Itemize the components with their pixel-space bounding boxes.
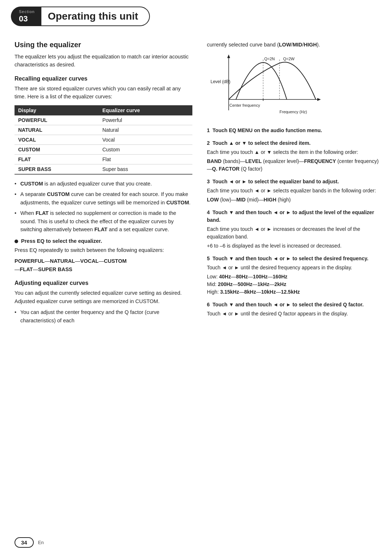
eq-display: CUSTOM <box>15 144 99 154</box>
svg-text:Center frequency: Center frequency <box>229 103 260 107</box>
step-heading-4: 4 Touch ▼ and then touch ◄ or ► to adjus… <box>207 209 381 224</box>
svg-text:Q=2N: Q=2N <box>264 57 275 61</box>
lang-label: En <box>38 540 44 545</box>
eq-curve: Custom <box>99 144 192 154</box>
svg-text:Level (dB): Level (dB) <box>211 79 230 84</box>
step-heading-2: 2 Touch ▲ or ▼ to select the desired ite… <box>207 139 381 147</box>
eq-curve: Powerful <box>99 115 192 125</box>
eq-curve: Flat <box>99 154 192 164</box>
bold-mid: MID <box>293 42 302 48</box>
list-item: A separate CUSTOM curve can be created f… <box>15 190 192 207</box>
page-number: 34 <box>15 537 34 548</box>
seq-superbass: SUPER BASS <box>38 266 72 272</box>
step-body-2: Each time you touch ▲ or ▼ selects the i… <box>207 148 381 156</box>
step-body-4: Each time you touch ◄ or ► increases or … <box>207 225 381 241</box>
adjusting-text1: You can adjust the currently selected eq… <box>15 289 192 305</box>
eq-display: FLAT <box>15 154 99 164</box>
eq-display: SUPER BASS <box>15 164 99 174</box>
table-row: POWERFULPowerful <box>15 115 192 125</box>
step-body-6: Touch ◄ or ► until the desired Q factor … <box>207 310 381 318</box>
recalling-text: There are six stored equalizer curves wh… <box>15 85 192 101</box>
step-detail-4: +6 to –6 is displayed as the level is in… <box>207 242 381 250</box>
eq-curve-svg: Level (dB) Center frequency Frequency (H… <box>207 52 323 118</box>
press-eq-heading: Press EQ to select the equalizer. <box>21 238 102 244</box>
main-content: Using the equalizer The equalizer lets y… <box>0 30 392 336</box>
eq-curve: Natural <box>99 125 192 135</box>
step-body-3: Each time you touch ◄ or ► selects equal… <box>207 187 381 195</box>
step-4: 4 Touch ▼ and then touch ◄ or ► to adjus… <box>207 209 381 250</box>
section-badge: Section 03 <box>11 7 41 26</box>
intro-text: The equalizer lets you adjust the equali… <box>15 53 192 69</box>
col-display: Display <box>15 105 99 115</box>
svg-marker-3 <box>317 98 321 101</box>
press-eq-text: Press EQ repeatedly to switch between th… <box>15 246 192 254</box>
adjusting-heading: Adjusting equalizer curves <box>15 280 192 286</box>
press-eq-sequence: POWERFUL—NATURAL—VOCAL—CUSTOM—FLAT—SUPER… <box>15 257 192 273</box>
table-row: NATURALNatural <box>15 125 192 135</box>
step-detail-3: LOW (low)—MID (mid)—HIGH (high) <box>207 196 381 204</box>
table-row: VOCALVocal <box>15 135 192 144</box>
step-detail-5: Low: 40Hz—80Hz—100Hz—160HzMid: 200Hz—500… <box>207 273 381 296</box>
right-column: currently selected curve band (LOW/MID/H… <box>207 41 381 329</box>
diagram-text-before: currently selected curve band (LOW/MID/H… <box>207 41 381 49</box>
seq-natural: NATURAL <box>50 258 75 264</box>
eq-display: VOCAL <box>15 135 99 144</box>
step-heading-6: 6 Touch ▼ and then touch ◄ or ► to selec… <box>207 301 381 309</box>
eq-curve: Vocal <box>99 135 192 144</box>
eq-display: NATURAL <box>15 125 99 135</box>
svg-text:Frequency (Hz): Frequency (Hz) <box>279 110 307 114</box>
svg-text:Q=2W: Q=2W <box>283 57 295 61</box>
col-curve: Equalizer curve <box>99 105 192 115</box>
bold-low: LOW <box>279 42 291 48</box>
eq-curve: Super bass <box>99 164 192 174</box>
step-6: 6 Touch ▼ and then touch ◄ or ► to selec… <box>207 301 381 318</box>
svg-marker-2 <box>227 54 230 58</box>
section-number: 03 <box>19 14 28 23</box>
step-heading-1: 1 Touch EQ MENU on the audio function me… <box>207 127 381 134</box>
adjusting-bullets: You can adjust the center frequency and … <box>15 308 192 325</box>
seq-flat: FLAT <box>20 266 33 272</box>
section-title-box: Operating this unit <box>41 7 150 26</box>
seq-powerful: POWERFUL <box>15 258 45 264</box>
using-equalizer-heading: Using the equalizer <box>15 41 192 49</box>
eq-diagram: Level (dB) Center frequency Frequency (H… <box>207 52 381 119</box>
step-5: 5 Touch ▼ and then touch ◄ or ► to selec… <box>207 255 381 296</box>
press-eq-dot <box>15 240 18 243</box>
step-body-5: Touch ◄ or ► until the desired frequency… <box>207 264 381 272</box>
seq-custom: CUSTOM <box>104 258 127 264</box>
step-heading-5: 5 Touch ▼ and then touch ◄ or ► to selec… <box>207 255 381 262</box>
adjusting-bullet-1: You can adjust the center frequency and … <box>15 308 192 325</box>
step-3: 3 Touch ◄ or ► to select the equalizer b… <box>207 178 381 204</box>
left-column: Using the equalizer The equalizer lets y… <box>15 41 192 329</box>
step-detail-2: BAND (bands)—LEVEL (equalizer level)—FRE… <box>207 158 381 173</box>
table-row: FLATFlat <box>15 154 192 164</box>
table-row: SUPER BASSSuper bass <box>15 164 192 174</box>
step-1: 1 Touch EQ MENU on the audio function me… <box>207 127 381 134</box>
page-header: Section 03 Operating this unit <box>0 0 392 30</box>
step-heading-3: 3 Touch ◄ or ► to select the equalizer b… <box>207 178 381 185</box>
list-item: When FLAT is selected no supplement or c… <box>15 209 192 233</box>
eq-table: Display Equalizer curve POWERFULPowerful… <box>15 105 192 175</box>
eq-bullets: CUSTOM is an adjusted equalizer curve th… <box>15 180 192 234</box>
steps-container: 1 Touch EQ MENU on the audio function me… <box>207 127 381 318</box>
bold-high: HIGH <box>304 42 317 48</box>
page-footer: 34 En <box>0 537 392 548</box>
table-row: CUSTOMCustom <box>15 144 192 154</box>
section-label: Section <box>19 9 35 14</box>
press-eq-bold: Press EQ to select the equalizer. <box>21 238 102 244</box>
page-title: Operating this unit <box>48 11 138 22</box>
eq-display: POWERFUL <box>15 115 99 125</box>
step-2: 2 Touch ▲ or ▼ to select the desired ite… <box>207 139 381 173</box>
recalling-heading: Recalling equalizer curves <box>15 76 192 82</box>
seq-vocal: VOCAL <box>80 258 99 264</box>
press-eq-section: Press EQ to select the equalizer. <box>15 238 192 244</box>
list-item: CUSTOM is an adjusted equalizer curve th… <box>15 180 192 188</box>
